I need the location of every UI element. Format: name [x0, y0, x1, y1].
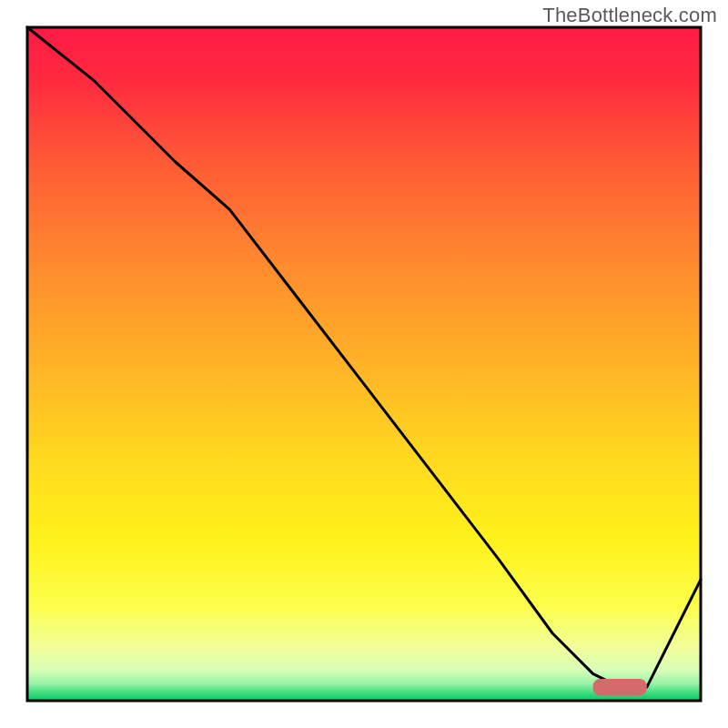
chart-container: TheBottleneck.com [0, 0, 728, 728]
plot-background [27, 27, 701, 701]
chart-svg [0, 0, 728, 728]
optimum-marker [593, 679, 647, 696]
watermark-label: TheBottleneck.com [542, 4, 717, 27]
